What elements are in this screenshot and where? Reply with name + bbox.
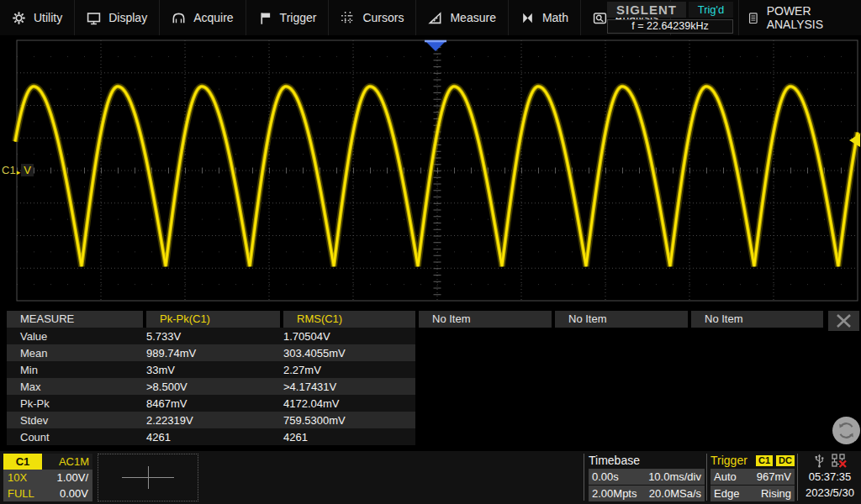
trigger-type: Edge	[714, 486, 739, 501]
row-pkpk-value: 2.22319V	[146, 414, 283, 427]
usb-icon	[814, 454, 825, 468]
row-pkpk-value: 33mV	[146, 364, 283, 376]
clock-time: 05:37:35	[800, 469, 859, 485]
channel-position-marker[interactable]: C1▸V	[2, 164, 34, 176]
row-label: Value	[7, 330, 146, 343]
channel1-attenuation: 10X	[8, 470, 27, 486]
measure-row-min: Min 33mV 2.27mV	[7, 361, 415, 378]
channel-marker-arrow-icon: ▸	[17, 168, 21, 176]
channel1-coupling: AC1M	[42, 454, 92, 470]
channel1-info-box[interactable]: C1 AC1M 10X 1.00V/ FULL 0.00V	[3, 454, 92, 501]
waveform-display: C1▸V	[0, 35, 861, 311]
siglent-logo: SIGLENT	[607, 2, 686, 18]
timebase-title: Timebase	[589, 454, 705, 468]
frequency-readout: f = 22.64239kHz	[607, 19, 733, 34]
menu-cursors-label: Cursors	[362, 11, 404, 24]
measure-row-value: Value 5.733V 1.70504V	[7, 328, 415, 344]
channel1-badge[interactable]: C1	[3, 454, 42, 470]
row-pkpk-value: 4261	[146, 431, 283, 444]
row-label: Stdev	[7, 414, 146, 427]
cursors-icon	[341, 11, 355, 25]
timebase-samplerate: 20.0MSa/s	[649, 486, 701, 501]
channel1-offset: 0.00V	[60, 486, 88, 501]
menu-power-analysis[interactable]: POWER ANALYSIS	[738, 0, 861, 35]
channel1-bandwidth: FULL	[8, 486, 34, 501]
menu-trigger[interactable]: Trigger	[246, 0, 330, 35]
status-box: 05:37:35 2023/5/30	[800, 453, 859, 501]
channel1-scale: 1.00V/	[56, 470, 88, 486]
measure-col-empty-3[interactable]: No Item	[691, 311, 823, 328]
separator	[797, 454, 798, 501]
row-pkpk-value: 989.74mV	[146, 347, 283, 360]
main-menu: Utility Display Acquire Trigger	[0, 0, 671, 35]
display-icon	[87, 11, 101, 25]
row-rms-value: 759.5300mV	[283, 414, 412, 427]
bottom-status-bar: C1 AC1M 10X 1.00V/ FULL 0.00V Timebase 0…	[0, 451, 861, 504]
measure-title: MEASURE	[7, 311, 143, 328]
trigger-level-marker-icon[interactable]	[849, 134, 860, 147]
measure-col-pkpk[interactable]: Pk-Pk(C1)	[146, 311, 280, 328]
measure-header-row: MEASURE Pk-Pk(C1) RMS(C1) No Item No Ite…	[7, 311, 859, 328]
row-rms-value: 4261	[283, 431, 412, 444]
flag-icon	[258, 11, 272, 25]
menu-display[interactable]: Display	[75, 0, 160, 35]
channel-marker-label: C1	[2, 164, 16, 176]
row-rms-value: 4172.04mV	[283, 397, 412, 410]
gesture-dial-button[interactable]	[832, 417, 860, 444]
menu-utility[interactable]: Utility	[0, 0, 75, 35]
timebase-memory: 2.00Mpts	[592, 486, 637, 501]
row-rms-value: 2.27mV	[283, 364, 412, 376]
measure-col-rms[interactable]: RMS(C1)	[283, 311, 415, 328]
menu-acquire[interactable]: Acquire	[160, 0, 246, 35]
gear-icon	[12, 11, 26, 25]
row-pkpk-value: >8.500V	[146, 381, 283, 393]
menu-math-label: Math	[542, 11, 568, 24]
measure-rows: Value 5.733V 1.70504V Mean 989.74mV 303.…	[7, 328, 859, 445]
measure-row-count: Count 4261 4261	[7, 428, 415, 445]
timebase-box[interactable]: Timebase 0.00s 10.0ms/div 2.00Mpts 20.0M…	[589, 454, 705, 501]
crosshair-icon	[148, 466, 149, 489]
measure-panel: MEASURE Pk-Pk(C1) RMS(C1) No Item No Ite…	[7, 311, 859, 445]
trigger-title: Trigger	[710, 454, 747, 468]
menu-measure-label: Measure	[450, 11, 495, 24]
measure-col-empty-1[interactable]: No Item	[419, 311, 552, 328]
menu-trigger-label: Trigger	[280, 11, 317, 24]
math-icon	[520, 11, 535, 25]
menu-utility-label: Utility	[34, 11, 62, 24]
acquire-icon	[172, 11, 186, 25]
menu-math[interactable]: Math	[509, 0, 581, 35]
row-rms-value: >4.17431V	[283, 381, 412, 393]
separator	[706, 454, 707, 501]
trigger-status-badge: Trig'd	[689, 2, 733, 18]
top-menu-bar: Utility Display Acquire Trigger	[0, 0, 861, 35]
menu-acquire-label: Acquire	[193, 11, 233, 24]
measure-row-pkpk: Pk-Pk 8467mV 4172.04mV	[7, 395, 415, 412]
analysis-icon	[593, 11, 607, 25]
trigger-box[interactable]: Trigger C1 DC Auto 967mV Edge Rising	[710, 454, 795, 501]
measure-icon	[428, 11, 442, 25]
menu-cursors[interactable]: Cursors	[329, 0, 416, 35]
timebase-delay: 0.00s	[592, 469, 619, 485]
clock-date: 2023/5/30	[800, 485, 859, 501]
trigger-mode: Auto	[714, 469, 737, 485]
measure-close-button[interactable]	[828, 311, 859, 331]
measure-col-empty-2[interactable]: No Item	[555, 311, 688, 328]
row-rms-value: 303.4055mV	[283, 347, 412, 360]
add-channel-area[interactable]	[98, 454, 198, 501]
close-icon	[834, 313, 853, 328]
brand-status-block: SIGLENT Trig'd f = 22.64239kHz	[607, 2, 733, 34]
clipboard-icon	[747, 11, 759, 25]
row-label: Min	[7, 364, 146, 376]
timebase-scale: 10.0ms/div	[648, 469, 701, 485]
row-label: Max	[7, 381, 146, 393]
row-pkpk-value: 5.733V	[146, 330, 283, 343]
power-analysis-label: POWER ANALYSIS	[767, 4, 861, 31]
row-label: Mean	[7, 347, 146, 360]
trigger-source-badge: C1	[756, 455, 773, 466]
row-label: Pk-Pk	[7, 397, 146, 410]
menu-display-label: Display	[108, 11, 147, 24]
menu-measure[interactable]: Measure	[416, 0, 508, 35]
trigger-coupling-badge: DC	[776, 455, 795, 466]
measure-row-mean: Mean 989.74mV 303.4055mV	[7, 344, 415, 361]
measure-row-stdev: Stdev 2.22319V 759.5300mV	[7, 412, 415, 428]
